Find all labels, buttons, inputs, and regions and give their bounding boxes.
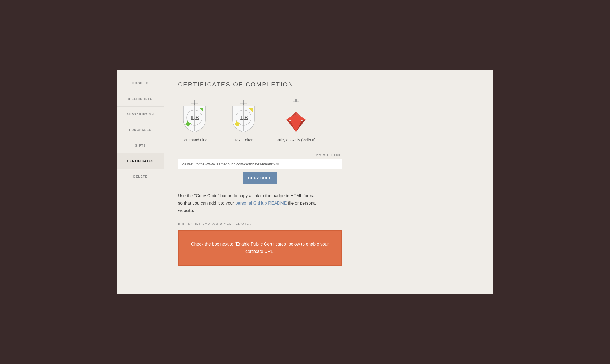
svg-text:LE: LE <box>191 114 199 121</box>
copy-code-button[interactable]: COPY CODE <box>243 172 277 184</box>
github-readme-link[interactable]: personal GitHub README <box>235 201 287 205</box>
svg-rect-10 <box>243 100 244 103</box>
cert-badge-command-line: LE <box>178 99 211 135</box>
sidebar-item-certificates[interactable]: CERTIFICATES <box>117 153 164 169</box>
cert-label-text-editor: Text Editor <box>235 138 253 142</box>
sidebar-item-gifts[interactable]: GIFTS <box>117 138 164 153</box>
badge-html-label: BADGE HTML <box>178 153 480 156</box>
public-url-label: PUBLIC URL FOR YOUR CERTIFICATES <box>178 223 480 226</box>
main-content: CERTIFICATES OF COMPLETION <box>164 70 493 294</box>
sidebar-item-purchases[interactable]: PURCHASES <box>117 122 164 138</box>
cert-item-ruby-on-rails: Ruby on Rails (Rails 6) <box>276 99 315 142</box>
certificates-grid: LE Command Line <box>178 99 480 142</box>
badge-html-input[interactable] <box>178 159 342 169</box>
description-text: Use the “Copy Code” button to copy a lin… <box>178 192 320 214</box>
svg-text:LE: LE <box>240 114 248 121</box>
enable-certificates-box: Check the box next to “Enable Public Cer… <box>178 230 342 266</box>
svg-rect-18 <box>295 99 297 102</box>
cert-label-command-line: Command Line <box>182 138 208 142</box>
sidebar-item-billing-info[interactable]: BILLING INFO <box>117 91 164 107</box>
sidebar-item-subscription[interactable]: SUBSCRIPTION <box>117 107 164 122</box>
sidebar-item-delete[interactable]: DELETE <box>117 169 164 184</box>
cert-badge-ruby-on-rails <box>280 99 312 135</box>
page-title: CERTIFICATES OF COMPLETION <box>178 81 480 88</box>
badge-html-section: BADGE HTML COPY CODE <box>178 153 480 184</box>
public-url-section: PUBLIC URL FOR YOUR CERTIFICATES Check t… <box>178 223 480 266</box>
cert-badge-text-editor: LE <box>227 99 260 135</box>
sidebar-item-profile[interactable]: PROFILE <box>117 76 164 91</box>
cert-label-ruby-on-rails: Ruby on Rails (Rails 6) <box>276 138 315 142</box>
svg-rect-2 <box>194 100 195 103</box>
cert-item-text-editor: LE Text Editor <box>227 99 260 142</box>
cert-item-command-line: LE Command Line <box>178 99 211 142</box>
sidebar: PROFILE BILLING INFO SUBSCRIPTION PURCHA… <box>117 70 164 294</box>
app-window: PROFILE BILLING INFO SUBSCRIPTION PURCHA… <box>117 70 493 294</box>
